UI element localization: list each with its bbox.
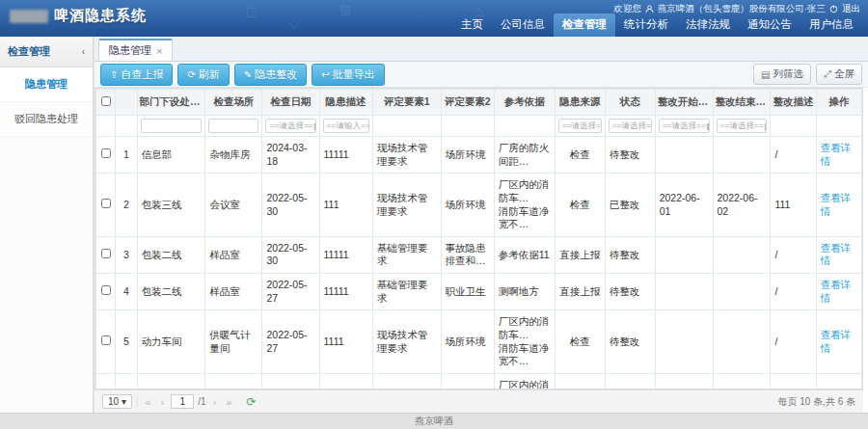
cell-status: 待整改 [605, 274, 655, 310]
filter-date-input[interactable]: ==请选择==▦ [659, 119, 710, 133]
footer-text: 燕京啤酒 [415, 416, 453, 426]
cell-fix-desc: 轻轻巧巧 [771, 373, 816, 389]
列筛选-button[interactable]: ▤列筛选 [753, 64, 811, 85]
button-label: 批量导出 [333, 67, 375, 82]
user-icon [645, 5, 654, 13]
tab-hidden-danger[interactable]: 隐患管理 × [98, 39, 173, 61]
calendar-icon: ▦ [764, 121, 768, 131]
cell-factor1: 现场技术管理要求 [372, 310, 441, 374]
filter-cell: ==请输入== [319, 116, 372, 137]
cell-factor2: 场所环境 [441, 373, 494, 389]
nav-item-用户信息[interactable]: 用户信息 [800, 13, 862, 37]
sidebar-item-隐患管理[interactable]: 隐患管理 [0, 67, 93, 102]
filter-cell [816, 116, 861, 137]
button-label: 刷新 [199, 67, 220, 82]
first-page-button[interactable]: « [143, 396, 154, 408]
refresh-grid-icon[interactable]: ⟳ [246, 395, 256, 409]
filter-date-input[interactable]: ==请选择==▦ [265, 119, 315, 133]
cell-department: 信息部 [137, 137, 205, 174]
cell-source: 检查 [555, 137, 605, 174]
select-all-checkbox[interactable] [101, 96, 111, 106]
calendar-icon: ▦ [706, 121, 710, 131]
view-detail-link[interactable]: 查看详情 [821, 329, 852, 354]
cell-fix-desc: / [771, 310, 816, 374]
sidebar-group-header[interactable]: 检查管理 ‹ [0, 37, 93, 67]
cell-department: 包装二线 [137, 274, 205, 310]
filter-input-input[interactable] [141, 119, 203, 133]
filter-cell: ==请选择==▦ [713, 116, 771, 137]
view-detail-link[interactable]: 查看详情 [821, 279, 852, 304]
page-summary: 每页 10 条,共 6 条 [777, 395, 855, 409]
last-page-button[interactable]: » [223, 396, 234, 408]
filter-select-input[interactable]: ==请选择==▾ [609, 119, 652, 133]
cell-factor1: 现场技术管理要求 [372, 174, 441, 237]
filter-cell [441, 116, 494, 137]
隐患整改-button[interactable]: ✎隐患整改 [234, 64, 307, 86]
nav-item-公司信息[interactable]: 公司信息 [492, 13, 554, 37]
刷新-button[interactable]: ⟳刷新 [177, 64, 229, 86]
批量导出-button[interactable]: ↩批量导出 [312, 64, 384, 86]
nav-item-法律法规[interactable]: 法律法规 [677, 13, 739, 37]
cell-factor2: 场所环境 [441, 137, 494, 174]
cell-source: 检查 [555, 310, 605, 374]
cell-action: 查看详情 [816, 236, 861, 273]
view-detail-link[interactable]: 查看详情 [821, 142, 852, 167]
cell-end-date: 2022-06-02 [713, 174, 771, 237]
filter-cell [494, 116, 555, 137]
filter-cell [137, 116, 205, 137]
prev-page-button[interactable]: ‹ [158, 396, 168, 408]
sidebar-item-驳回隐患处理[interactable]: 驳回隐患处理 [0, 102, 93, 137]
cell-reference: 参考依据11 [494, 236, 555, 273]
filter-cell [205, 116, 262, 137]
cell-factor1: 现场技术管理要求 [372, 373, 441, 389]
watermark-icon: ▤ [339, 2, 351, 16]
filter-date-input[interactable]: ==请选择==▦ [717, 119, 768, 133]
nav-item-检查管理[interactable]: 检查管理 [554, 13, 615, 37]
nav-item-主页[interactable]: 主页 [452, 13, 492, 37]
tab-label: 隐患管理 [109, 43, 151, 58]
export-icon: ↩ [321, 69, 329, 80]
table-row: 5动力车间供暖气计量间2022-05-271111现场技术管理要求场所环境厂区内… [96, 310, 862, 374]
table-row: 4包装二线样品室2022-05-2711111基础管理要求职业卫生测啊地方直接上… [96, 274, 862, 310]
page-size-select[interactable]: 10 ▾ [102, 394, 132, 409]
refresh-icon: ⟳ [187, 69, 195, 80]
cell-place: 样品室 [205, 236, 262, 273]
page-number-input[interactable]: 1 [171, 394, 194, 409]
watermark-icon: ○ [417, 12, 424, 26]
cell-department: 包装三线 [137, 174, 205, 237]
自查上报-button[interactable]: ⇪自查上报 [100, 64, 173, 86]
filter-placeholder: ==请输入== [327, 121, 369, 132]
nav-item-通知公告[interactable]: 通知公告 [739, 13, 800, 37]
column-header-评定要素2: 评定要素2 [441, 90, 494, 116]
row-checkbox[interactable] [101, 335, 111, 345]
cell-fix-desc: / [771, 236, 816, 273]
row-checkbox[interactable] [101, 148, 111, 158]
cell-reference: 厂房的防火间距… [494, 137, 555, 174]
row-checkbox[interactable] [101, 199, 111, 208]
filter-select-input[interactable]: ==请选择==▾ [558, 119, 602, 133]
cell-danger-desc: 11111 [319, 137, 372, 174]
button-label: 自查上报 [121, 67, 163, 82]
nav-item-统计分析[interactable]: 统计分析 [615, 13, 677, 37]
column-header-部门下设处/车间: 部门下设处/车间 [137, 90, 205, 116]
filter-input-input[interactable]: ==请输入== [323, 119, 369, 133]
tab-close-icon[interactable]: × [156, 45, 162, 57]
tab-bar: 隐患管理 × [95, 37, 868, 62]
cell-start-date: 2022-06-01 [655, 174, 713, 237]
cell-row-number: 1 [116, 137, 137, 174]
row-checkbox[interactable] [101, 249, 111, 258]
row-checkbox[interactable] [101, 285, 111, 295]
toolbar: ⇪自查上报⟳刷新✎隐患整改↩批量导出 ▤列筛选⤢全屏 [95, 62, 868, 88]
cell-end-date [713, 137, 771, 174]
view-detail-link[interactable]: 查看详情 [821, 242, 852, 267]
cell-department: 动力车间 [137, 310, 205, 374]
table-row: 2包装三线会议室2022-05-30111现场技术管理要求场所环境厂区内的消防车… [96, 174, 862, 237]
view-detail-link[interactable]: 查看详情 [821, 192, 852, 217]
filter-input-input[interactable] [208, 119, 258, 133]
全屏-button[interactable]: ⤢全屏 [816, 64, 862, 85]
collapse-arrow-icon[interactable]: ‹ [82, 46, 85, 57]
cell-source: 直接上报 [555, 236, 605, 273]
app-window: ▢ ◇ ▤ ○ △ ▢ ◇ 啤酒隐患系统 欢迎您 燕京啤酒（包头雪鹿）股份有限公… [0, 0, 868, 429]
cell-row-number: 4 [116, 274, 137, 310]
next-page-button[interactable]: › [210, 396, 220, 408]
